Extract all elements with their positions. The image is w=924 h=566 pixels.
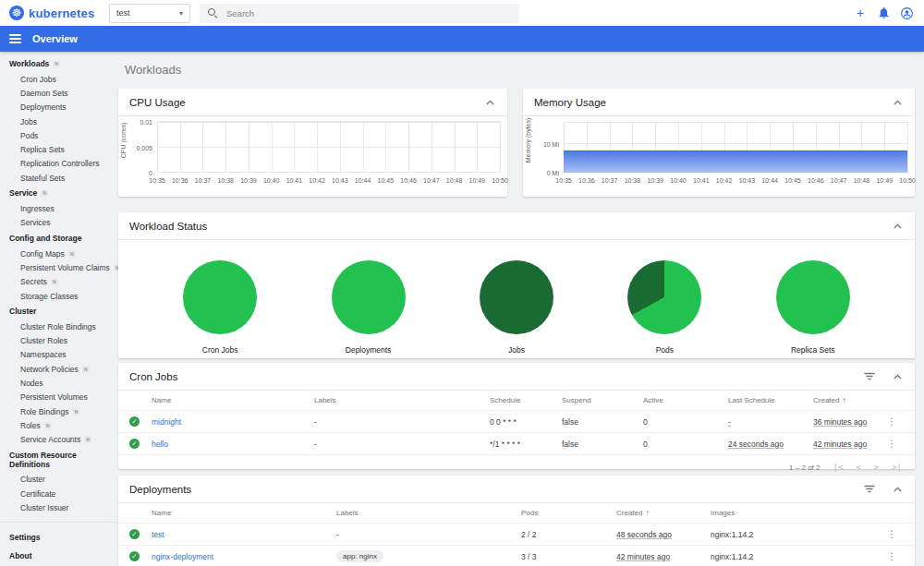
chart-gridline xyxy=(272,122,273,173)
column-header-images[interactable]: Images xyxy=(711,509,885,517)
kubernetes-logo[interactable]: ☸ kubernetes xyxy=(0,6,109,20)
memory-usage-card-header: Memory Usage xyxy=(523,89,915,116)
created-link[interactable]: 42 minutes ago xyxy=(616,552,670,561)
cell-name: test xyxy=(152,530,336,539)
sidebar-item-nodes[interactable]: Nodes xyxy=(0,376,118,390)
last_schedule-link[interactable]: 24 seconds ago xyxy=(728,440,784,449)
sidebar-item-certificate[interactable]: Certificate xyxy=(0,487,118,500)
collapse-card-icon[interactable] xyxy=(483,96,496,109)
sidebar-item-cluster-issuer[interactable]: Cluster Issuer xyxy=(0,500,118,514)
sort-ascending-icon: ↑ xyxy=(645,509,649,517)
cell-name: midnight xyxy=(152,417,314,427)
column-header-pods[interactable]: Pods xyxy=(521,509,616,517)
sidebar-item-cron-jobs[interactable]: Cron Jobs xyxy=(0,72,118,86)
sidebar-item-config-maps[interactable]: Config MapsN xyxy=(0,247,118,260)
plus-icon[interactable]: + xyxy=(854,6,867,19)
y-axis-tick-label: 0.005 xyxy=(136,144,152,151)
sidebar-item-cluster-roles[interactable]: Cluster Roles xyxy=(0,333,118,347)
sidebar-item-stateful-sets[interactable]: Stateful Sets xyxy=(0,171,118,185)
column-header-last-schedule[interactable]: Last Schedule xyxy=(728,396,813,404)
column-header-suspend[interactable]: Suspend xyxy=(562,396,643,404)
sidebar-item-services[interactable]: Services xyxy=(0,216,118,230)
first-page-icon[interactable]: |< xyxy=(833,463,843,472)
sidebar-item-network-policies[interactable]: Network PoliciesN xyxy=(0,362,118,376)
menu-icon[interactable] xyxy=(9,34,21,43)
search-input[interactable]: Search xyxy=(200,4,519,23)
namespaced-badge-icon: N xyxy=(53,60,60,67)
column-header-active[interactable]: Active xyxy=(643,396,728,404)
next-page-icon[interactable]: > xyxy=(874,463,879,472)
sidebar-item-settings[interactable]: Settings xyxy=(0,528,118,547)
namespaced-badge-icon: N xyxy=(82,366,90,373)
collapse-card-icon[interactable] xyxy=(891,483,904,496)
column-header-labels[interactable]: Labels xyxy=(314,396,490,404)
created-link[interactable]: 48 seconds ago xyxy=(616,530,672,539)
kebab-menu-icon[interactable]: ⋮ xyxy=(885,416,904,427)
sidebar-item-about[interactable]: About xyxy=(0,547,118,565)
chart-gridline xyxy=(317,122,318,173)
previous-page-icon[interactable]: < xyxy=(856,463,860,472)
sidebar-item-role-bindings[interactable]: Role BindingsN xyxy=(0,404,118,418)
name-link[interactable]: midnight xyxy=(152,417,181,427)
sidebar-item-deployments[interactable]: Deployments xyxy=(0,101,118,114)
chart-gridline xyxy=(225,122,226,173)
sidebar-section-config-and-storage[interactable]: Config and Storage xyxy=(0,230,118,247)
sidebar-item-replica-sets[interactable]: Replica Sets xyxy=(0,142,118,156)
column-header-name[interactable]: Name xyxy=(152,396,314,404)
created-link[interactable]: 36 minutes ago xyxy=(813,417,867,427)
last_schedule-link[interactable]: - xyxy=(728,417,731,427)
sidebar-item-label: Service Accounts xyxy=(20,435,80,444)
kebab-menu-icon[interactable]: ⋮ xyxy=(885,551,904,561)
name-link[interactable]: test xyxy=(152,530,164,539)
sidebar-item-roles[interactable]: RolesN xyxy=(0,418,118,432)
column-header-schedule[interactable]: Schedule xyxy=(490,396,562,404)
workload-status-card: Workload Status Cron JobsDeploymentsJobs… xyxy=(118,212,915,358)
kebab-menu-icon[interactable]: ⋮ xyxy=(885,439,904,449)
sidebar-item-service-accounts[interactable]: Service AccountsN xyxy=(0,433,118,447)
x-axis-tick-label: 10:43 xyxy=(332,177,348,184)
sidebar-item-persistent-volume-claims[interactable]: Persistent Volume ClaimsN xyxy=(0,260,118,274)
sidebar-item-persistent-volumes[interactable]: Persistent Volumes xyxy=(0,391,118,404)
sidebar-section-service[interactable]: ServiceN xyxy=(0,185,118,201)
user-icon[interactable] xyxy=(900,6,913,19)
cell-created: 48 seconds ago xyxy=(616,530,711,539)
sidebar-item-label: Ingresses xyxy=(20,204,55,213)
filter-icon[interactable] xyxy=(863,483,876,496)
logo-text: kubernetes xyxy=(29,6,94,20)
sidebar-item-label: Deployments xyxy=(20,102,67,112)
column-header-created[interactable]: Created↑ xyxy=(616,509,711,517)
sidebar-item-pods[interactable]: Pods xyxy=(0,128,118,142)
chart-gridline xyxy=(500,122,501,173)
sidebar-nav: WorkloadsNCron JobsDaemon SetsDeployment… xyxy=(0,52,118,566)
sidebar-section-custom-resource-definitions[interactable]: Custom Resource Definitions xyxy=(0,447,118,473)
namespace-selector[interactable]: test ▾ xyxy=(109,4,190,23)
sidebar-item-jobs[interactable]: Jobs xyxy=(0,114,118,128)
sidebar-item-storage-classes[interactable]: Storage Classes xyxy=(0,289,118,303)
x-axis-tick-label: 10:42 xyxy=(309,177,325,184)
collapse-card-icon[interactable] xyxy=(891,370,904,383)
sidebar-item-label: Daemon Sets xyxy=(20,89,68,98)
sidebar-item-daemon-sets[interactable]: Daemon Sets xyxy=(0,86,118,100)
last-page-icon[interactable]: >| xyxy=(892,463,902,472)
name-link[interactable]: nginx-deployment xyxy=(152,552,213,561)
sidebar-section-workloads[interactable]: WorkloadsN xyxy=(0,55,118,72)
sidebar-item-namespaces[interactable]: Namespaces xyxy=(0,348,118,362)
sidebar-item-cluster[interactable]: Cluster xyxy=(0,473,118,487)
bell-icon[interactable] xyxy=(877,6,890,19)
column-header-name[interactable]: Name xyxy=(152,509,336,517)
sidebar-section-cluster[interactable]: Cluster xyxy=(0,303,118,319)
sidebar-item-secrets[interactable]: SecretsN xyxy=(0,275,118,289)
filter-icon[interactable] xyxy=(863,370,876,383)
sidebar-item-ingresses[interactable]: Ingresses xyxy=(0,201,118,215)
sidebar-item-cluster-role-bindings[interactable]: Cluster Role Bindings xyxy=(0,319,118,333)
kebab-menu-icon[interactable]: ⋮ xyxy=(885,529,904,539)
sidebar-item-replication-controllers[interactable]: Replication Controllers xyxy=(0,157,118,171)
column-header-labels[interactable]: Labels xyxy=(336,509,521,517)
x-axis-tick-label: 10:36 xyxy=(578,177,595,184)
created-link[interactable]: 42 minutes ago xyxy=(813,440,867,449)
collapse-card-icon[interactable] xyxy=(891,220,904,233)
collapse-card-icon[interactable] xyxy=(891,96,904,109)
name-link[interactable]: hello xyxy=(152,440,168,449)
pie-chart xyxy=(776,260,850,334)
column-header-created[interactable]: Created↑ xyxy=(813,396,885,404)
